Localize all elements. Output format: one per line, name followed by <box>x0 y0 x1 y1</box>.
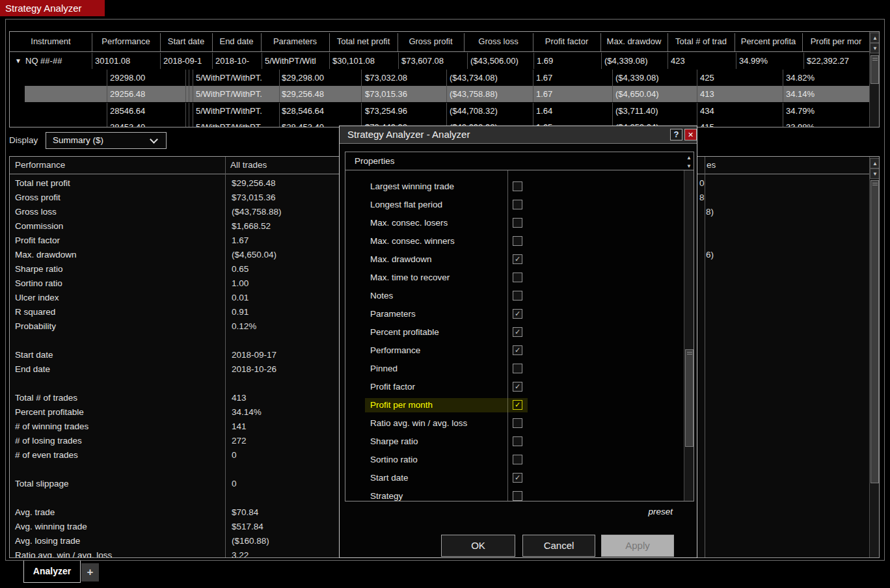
property-label: Largest winning trade <box>370 180 454 193</box>
property-row[interactable]: Max. drawdown✓ <box>345 252 683 267</box>
column-header-gross-profit[interactable]: Gross profit <box>398 32 464 51</box>
property-row[interactable]: Start date✓ <box>345 471 683 485</box>
property-row-selected[interactable]: Profit per month✓ <box>345 398 683 412</box>
cell: ($44,708.32) <box>450 103 498 119</box>
ok-button[interactable]: OK <box>441 535 515 557</box>
optimizer-scrollbar[interactable]: ▲ ▼ <box>869 32 880 127</box>
help-button[interactable]: ? <box>670 129 682 140</box>
column-header-percent-profita[interactable]: Percent profita <box>735 32 802 51</box>
checkbox[interactable] <box>513 364 522 373</box>
checkbox[interactable]: ✓ <box>513 345 522 355</box>
summary-row-value: 2018-10-26 <box>232 362 276 377</box>
scrollbar-thumb[interactable] <box>870 55 879 84</box>
cell: 5/WithPT/WithPT. <box>196 70 262 86</box>
property-row[interactable]: Percent profitable✓ <box>345 325 683 340</box>
summary-header-all-trades[interactable]: All trades <box>230 157 267 174</box>
property-row[interactable]: Notes <box>345 289 683 303</box>
apply-button[interactable]: Apply <box>601 535 674 557</box>
table-row[interactable]: 29298.005/WithPT/WithPT.$29,298.00$73,03… <box>10 70 870 86</box>
property-row[interactable]: Max. consec. losers <box>345 216 683 230</box>
checkbox[interactable] <box>513 200 522 209</box>
column-header-parameters[interactable]: Parameters <box>261 32 329 51</box>
display-dropdown[interactable]: Summary ($) <box>46 132 167 149</box>
checkbox[interactable] <box>513 218 522 228</box>
scroll-up-button[interactable]: ▲ <box>870 158 880 168</box>
column-header-max-drawdow[interactable]: Max. drawdow <box>600 32 668 51</box>
property-label: Max. time to recover <box>370 271 450 284</box>
tab-analyzer[interactable]: Analyzer <box>23 561 81 583</box>
property-label: Sharpe ratio <box>370 435 418 448</box>
cell-divider <box>107 119 107 127</box>
summary-row-value: 0.01 <box>232 291 249 305</box>
properties-section-header[interactable]: Properties <box>345 152 694 170</box>
scroll-down-button[interactable]: ▼ <box>870 168 880 179</box>
column-header-total-of-trad[interactable]: Total # of trad <box>668 32 735 51</box>
checkbox[interactable]: ✓ <box>513 254 522 264</box>
column-header-end-date[interactable]: End date <box>212 32 261 51</box>
expander-icon[interactable]: ▼ <box>15 53 21 69</box>
properties-scrollbar[interactable] <box>684 170 694 501</box>
checkbox[interactable] <box>513 455 522 464</box>
section-scroll-down-icon[interactable]: ▼ <box>684 162 694 170</box>
column-header-performance[interactable]: Performance <box>92 32 160 51</box>
add-tab-button[interactable]: + <box>81 563 99 581</box>
cell: 30101.08 <box>95 53 130 69</box>
column-header-instrument[interactable]: Instrument <box>10 32 92 51</box>
column-header-gross-loss[interactable]: Gross loss <box>464 32 533 51</box>
column-header-total-net-profit[interactable]: Total net profit <box>329 32 398 51</box>
checkbox[interactable]: ✓ <box>513 382 522 392</box>
property-row[interactable]: Max. time to recover <box>345 271 683 285</box>
summary-row-label: End date <box>15 362 50 377</box>
property-row[interactable]: Performance✓ <box>345 343 683 358</box>
scroll-down-button[interactable]: ▼ <box>870 43 880 53</box>
cell-divider <box>279 70 280 86</box>
scroll-up-button[interactable]: ▲ <box>870 33 880 43</box>
preset-label: preset <box>648 507 673 516</box>
property-row[interactable]: Strategy <box>345 489 683 501</box>
summary-row-label: Max. drawdown <box>15 248 77 262</box>
checkbox[interactable] <box>513 181 522 191</box>
checkbox[interactable]: ✓ <box>513 309 522 319</box>
column-header-profit-factor[interactable]: Profit factor <box>533 32 600 51</box>
cell-divider <box>279 86 280 102</box>
column-header-start-date[interactable]: Start date <box>160 32 212 51</box>
checkbox[interactable]: ✓ <box>513 327 522 337</box>
property-row[interactable]: Parameters✓ <box>345 307 683 321</box>
checkbox[interactable] <box>513 273 522 282</box>
scrollbar-thumb[interactable] <box>685 349 694 447</box>
summary-row-value: 413 <box>232 391 247 405</box>
checkbox[interactable] <box>513 491 522 501</box>
column-divider <box>600 33 601 51</box>
column-header-profit-per-mor[interactable]: Profit per mor <box>802 32 870 51</box>
table-row[interactable]: 28546.645/WithPT/WithPT.$28,546.64$73,25… <box>10 103 870 119</box>
column-divider <box>533 33 533 51</box>
checkbox[interactable]: ✓ <box>513 400 522 410</box>
cell: 2018-09-1 <box>163 53 202 69</box>
scrollbar-thumb[interactable] <box>870 180 879 483</box>
property-row[interactable]: Sortino ratio <box>345 453 683 467</box>
cell-divider <box>193 70 193 86</box>
property-row[interactable]: Sharpe ratio <box>345 434 683 449</box>
table-row[interactable]: ▼NQ ##-##30101.082018-09-12018-10-5/With… <box>10 53 870 69</box>
summary-scrollbar[interactable]: ▲ ▼ <box>869 157 880 558</box>
close-icon[interactable]: ✕ <box>684 129 697 140</box>
property-row[interactable]: Max. consec. winners <box>345 234 683 248</box>
property-row[interactable]: Largest winning trade <box>345 180 683 194</box>
property-row[interactable]: Ratio avg. win / avg. loss <box>345 416 683 431</box>
checkbox[interactable] <box>513 436 522 446</box>
property-row[interactable]: Profit factor✓ <box>345 380 683 394</box>
property-row[interactable]: Pinned <box>345 362 683 376</box>
dialog-title-bar[interactable]: Strategy Analyzer - Analyzer ? ✕ <box>340 126 697 144</box>
checkbox[interactable] <box>513 418 522 428</box>
section-scroll-up-icon[interactable]: ▲ <box>684 154 694 162</box>
cell: 28453.40 <box>110 119 145 127</box>
checkbox[interactable]: ✓ <box>513 473 522 483</box>
property-row[interactable]: Longest flat period <box>345 198 683 212</box>
cell-divider <box>193 119 193 127</box>
summary-header-performance[interactable]: Performance <box>15 157 65 174</box>
checkbox[interactable] <box>513 291 522 301</box>
cell: 1.64 <box>536 103 552 119</box>
cancel-button[interactable]: Cancel <box>522 535 595 557</box>
cell-divider <box>329 53 330 69</box>
checkbox[interactable] <box>513 236 522 246</box>
